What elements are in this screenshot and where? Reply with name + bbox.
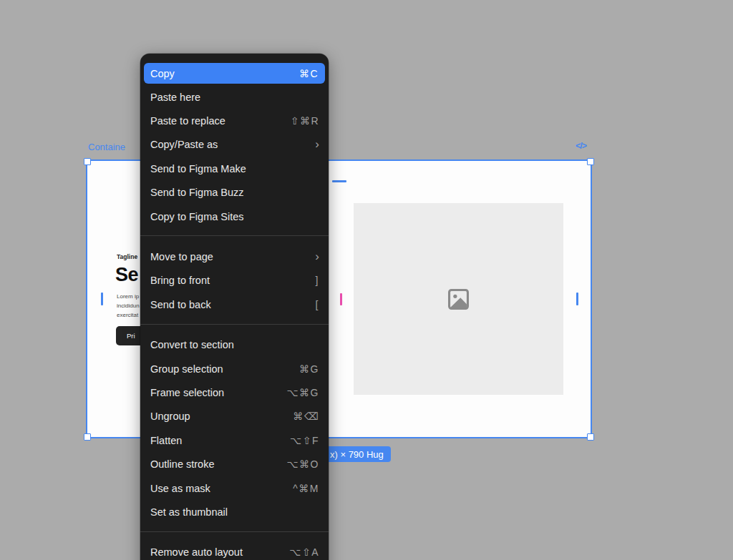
menu-item-label: Remove auto layout <box>150 546 289 558</box>
image-placeholder[interactable] <box>354 203 563 395</box>
menu-item-paste-to-replace[interactable]: Paste to replace⇧⌘R <box>140 109 329 132</box>
body-text-line: Lorem ip <box>117 293 140 302</box>
selection-handle-bottom-left[interactable] <box>84 433 91 441</box>
body-text: Lorem ipincididunexercitat <box>117 293 140 320</box>
menu-item-label: Send to Figma Make <box>150 163 319 175</box>
selection-handle-top-left[interactable] <box>84 158 91 165</box>
menu-item-label: Convert to section <box>150 339 319 350</box>
menu-item-bring-to-front[interactable]: Bring to front] <box>140 269 329 293</box>
menu-item-set-as-thumbnail[interactable]: Set as thumbnail <box>140 500 329 524</box>
shortcut-hint: ] <box>316 275 319 286</box>
menu-item-flatten[interactable]: Flatten⌥⇧F <box>140 428 329 452</box>
body-text-line: exercitat <box>117 311 140 320</box>
menu-item-copy[interactable]: Copy⌘C <box>144 63 325 84</box>
menu-item-label: Copy <box>150 68 299 79</box>
menu-item-move-to-page[interactable]: Move to page› <box>140 245 329 268</box>
shortcut-hint: ⌘C <box>299 68 319 79</box>
menu-item-label: Outline stroke <box>150 458 286 470</box>
menu-item-label: Paste to replace <box>150 115 291 127</box>
shortcut-hint: ⌥⌘O <box>286 458 319 470</box>
menu-item-label: Group selection <box>150 363 299 375</box>
menu-item-send-to-figma-buzz[interactable]: Send to Figma Buzz <box>140 181 329 205</box>
shortcut-hint: [ <box>316 299 319 310</box>
menu-item-remove-auto-layout[interactable]: Remove auto layout⌥⇧A <box>140 541 329 560</box>
menu-item-frame-selection[interactable]: Frame selection⌥⌘G <box>140 380 329 404</box>
menu-item-label: Ungroup <box>150 411 293 422</box>
shortcut-hint: ⌥⇧F <box>290 435 319 446</box>
menu-item-label: Copy to Figma Sites <box>150 211 319 222</box>
menu-item-convert-to-section[interactable]: Convert to section <box>140 333 329 357</box>
section-heading: Se <box>115 265 138 285</box>
menu-item-label: Paste here <box>150 92 319 103</box>
menu-divider <box>140 235 329 236</box>
menu-divider <box>140 324 329 325</box>
selection-handle-bottom-right[interactable] <box>587 433 594 441</box>
menu-item-label: Flatten <box>150 435 290 446</box>
menu-item-label: Send to Figma Buzz <box>150 187 319 198</box>
menu-item-label: Move to page <box>150 251 315 262</box>
shortcut-hint: ^⌘M <box>293 483 319 494</box>
menu-item-copy-paste-as[interactable]: Copy/Paste as› <box>140 133 329 157</box>
menu-item-label: Use as mask <box>150 483 293 494</box>
context-menu-items: Copy⌘CPaste herePaste to replace⇧⌘RCopy/… <box>140 63 329 560</box>
padding-handle-right[interactable] <box>576 293 578 305</box>
menu-item-group-selection[interactable]: Group selection⌘G <box>140 357 329 380</box>
shortcut-hint: ⌘⌫ <box>293 411 319 422</box>
menu-item-label: Set as thumbnail <box>150 506 319 518</box>
submenu-chevron-icon: › <box>315 139 319 149</box>
frame-name-label[interactable]: Containe <box>88 142 125 152</box>
image-placeholder-icon <box>445 286 472 313</box>
body-text-line: incididun <box>117 302 140 311</box>
shortcut-hint: ⌥⌘G <box>286 387 319 398</box>
shortcut-hint: ⇧⌘R <box>291 115 319 127</box>
menu-divider <box>140 531 329 532</box>
menu-item-label: Frame selection <box>150 387 286 398</box>
menu-item-label: Bring to front <box>150 275 316 286</box>
selection-handle-top-right[interactable] <box>587 158 594 165</box>
menu-item-copy-to-figma-sites[interactable]: Copy to Figma Sites <box>140 205 329 228</box>
figma-canvas[interactable]: Tagline Se Lorem ipincididunexercitat Pr… <box>0 0 733 560</box>
gap-handle[interactable] <box>340 293 342 305</box>
size-badge: x) × 790 Hug <box>323 446 391 462</box>
menu-item-send-to-figma-make[interactable]: Send to Figma Make <box>140 157 329 180</box>
menu-item-label: Send to back <box>150 299 316 310</box>
code-icon[interactable]: </> <box>576 141 586 151</box>
primary-button-label: Pri <box>127 332 135 340</box>
menu-item-use-as-mask[interactable]: Use as mask^⌘M <box>140 476 329 500</box>
menu-item-label: Copy/Paste as <box>150 139 315 150</box>
context-menu: Copy⌘CPaste herePaste to replace⇧⌘RCopy/… <box>140 54 329 560</box>
submenu-chevron-icon: › <box>315 252 319 262</box>
menu-item-send-to-back[interactable]: Send to back[ <box>140 293 329 316</box>
padding-handle-top[interactable] <box>332 180 346 182</box>
tagline-text: Tagline <box>117 253 140 260</box>
shortcut-hint: ⌘G <box>299 363 319 375</box>
shortcut-hint: ⌥⇧A <box>289 546 319 558</box>
menu-item-ungroup[interactable]: Ungroup⌘⌫ <box>140 405 329 428</box>
menu-item-paste-here[interactable]: Paste here <box>140 85 329 109</box>
padding-handle-left[interactable] <box>101 293 103 305</box>
menu-item-outline-stroke[interactable]: Outline stroke⌥⌘O <box>140 452 329 476</box>
